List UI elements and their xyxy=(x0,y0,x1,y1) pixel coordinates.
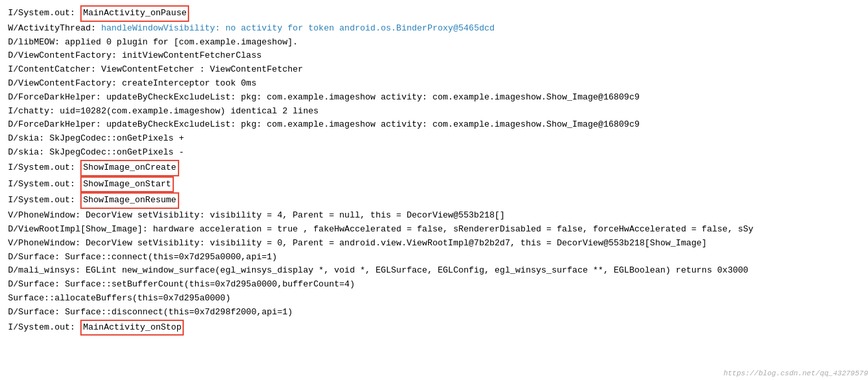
log-container: I/System.out: MainActivity_onPauseW/Acti… xyxy=(8,5,868,380)
log-highlighted-content: MainActivity_onPause xyxy=(80,5,189,22)
log-line: D/mali_winsys: EGLint new_window_surface… xyxy=(8,264,868,278)
log-prefix: I/System.out: xyxy=(8,195,80,205)
log-line: V/PhoneWindow: DecorView setVisiblity: v… xyxy=(8,237,868,251)
watermark: https://blog.csdn.net/qq_43279579 xyxy=(723,368,868,380)
log-line: I/System.out: ShowImage_onCreate xyxy=(8,160,868,176)
log-line: D/ForceDarkHelper: updateByCheckExcludeL… xyxy=(8,118,868,132)
log-line: I/System.out: MainActivity_onPause xyxy=(8,5,868,22)
log-prefix: I/System.out: xyxy=(8,322,80,332)
log-line: D/skia: SkJpegCodec::onGetPixels + xyxy=(8,132,868,146)
log-highlighted-content: ShowImage_onStart xyxy=(80,176,174,193)
log-highlighted-content: MainActivity_onStop xyxy=(80,320,184,336)
log-line: I/System.out: ShowImage_onResume xyxy=(8,192,868,209)
log-line: D/ViewContentFactory: createInterceptor … xyxy=(8,77,868,91)
log-line: W/ActivityThread: handleWindowVisibility… xyxy=(8,22,868,36)
log-prefix: I/System.out: xyxy=(8,162,80,172)
log-line: D/ViewRootImpl[Show_Image]: hardware acc… xyxy=(8,223,868,237)
log-line: Surface::allocateBuffers(this=0x7d295a00… xyxy=(8,292,868,306)
log-line: V/PhoneWindow: DecorView setVisiblity: v… xyxy=(8,209,868,223)
log-line: D/ViewContentFactory: initViewContentFet… xyxy=(8,49,868,63)
log-line: D/Surface: Surface::disconnect(this=0x7d… xyxy=(8,306,868,320)
log-prefix: I/System.out: xyxy=(8,8,80,18)
log-prefix: I/System.out: xyxy=(8,179,80,189)
log-line: I/System.out: MainActivity_onStop xyxy=(8,320,868,336)
log-line: I/chatty: uid=10282(com.example.imagesho… xyxy=(8,105,868,119)
log-line: D/Surface: Surface::setBufferCount(this=… xyxy=(8,278,868,292)
log-content: handleWindowVisibility: no activity for … xyxy=(101,23,494,33)
log-prefix: W/ActivityThread: xyxy=(8,23,101,33)
log-highlighted-content: ShowImage_onResume xyxy=(80,192,179,209)
log-highlighted-content: ShowImage_onCreate xyxy=(80,160,179,176)
log-line: D/Surface: Surface::connect(this=0x7d295… xyxy=(8,251,868,265)
log-line: D/libMEOW: applied 0 plugin for [com.exa… xyxy=(8,36,868,50)
log-line: D/skia: SkJpegCodec::onGetPixels - xyxy=(8,146,868,160)
log-line: I/System.out: ShowImage_onStart xyxy=(8,176,868,193)
log-line: D/ForceDarkHelper: updateByCheckExcludeL… xyxy=(8,91,868,105)
log-line: I/ContentCatcher: ViewContentFetcher : V… xyxy=(8,63,868,77)
